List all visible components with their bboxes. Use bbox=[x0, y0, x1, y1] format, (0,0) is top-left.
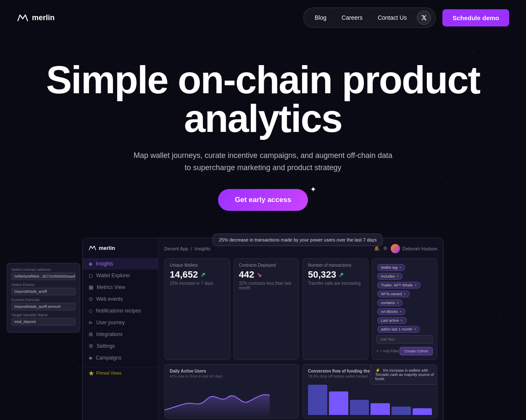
sidebar-item-insights[interactable]: ◈ Insights bbox=[83, 258, 158, 270]
stats-filters-wrapper: Unique Wallets 14,652 ↗ 23% increase in … bbox=[164, 258, 437, 360]
bell-icon[interactable]: 🔔 bbox=[374, 246, 380, 251]
filter-tag-5: Art Blocks × bbox=[377, 308, 406, 315]
stat-arrow-down-1: ↘ bbox=[257, 271, 262, 278]
sidebar-logo: merlin bbox=[83, 245, 158, 258]
formula-row-3: Target Variable Name total_deposit bbox=[11, 313, 76, 326]
dau-chart-card: Daily Active Users 47% rise in DAU in la… bbox=[164, 364, 299, 419]
filter-tag-7: within last 1 month × bbox=[377, 326, 420, 333]
bar-0 bbox=[308, 385, 327, 415]
sparkle-icon: ✦ bbox=[310, 185, 316, 194]
settings-icon: ⚙ bbox=[89, 343, 93, 349]
sidebar-item-web-events[interactable]: ⊙ Web events bbox=[83, 293, 158, 305]
breadcrumb: Decent App / Insights bbox=[164, 246, 210, 251]
add-filter-link[interactable]: + + Add Filter bbox=[376, 349, 399, 353]
formula-row-1: Select Events DepositMade_aceff bbox=[11, 283, 76, 295]
filter-tag-0: Wallet tag × bbox=[377, 264, 405, 271]
formula-row-0: Select contract address 0xf8efa39f8fe6..… bbox=[11, 268, 76, 280]
header-actions: 🔔 ⚙ Deborah Hudson bbox=[374, 244, 437, 253]
dashboard-main: merlin ◈ Insights ◻ Wallet Explorer ▦ Me… bbox=[82, 238, 444, 420]
sidebar-item-settings[interactable]: ⚙ Settings bbox=[83, 340, 158, 352]
dashboard-preview: 25% decrease in transactions made by you… bbox=[82, 238, 444, 420]
sidebar-item-campaigns[interactable]: ◈ Campaigns bbox=[83, 352, 158, 364]
bar-2 bbox=[350, 400, 369, 415]
bar-5 bbox=[413, 408, 432, 415]
main-content: Decent App / Insights 🔔 ⚙ Deborah Hudson bbox=[158, 238, 443, 420]
metrics-icon: ▦ bbox=[89, 284, 93, 290]
nav-contact[interactable]: Contact Us bbox=[371, 12, 413, 24]
bar-3 bbox=[371, 403, 390, 415]
conversion-chart-card: Conversion flow of funding their wallet … bbox=[302, 364, 437, 419]
sidebar-item-notifications[interactable]: ◇ Notifications recipes bbox=[83, 305, 158, 317]
filter-tag-3: NFTs owned × bbox=[377, 291, 410, 297]
hero-title: Simple on-chain product analytics bbox=[17, 60, 509, 138]
stat-arrow-up-2: ↗ bbox=[339, 271, 344, 278]
campaigns-icon: ◈ bbox=[89, 355, 92, 361]
avatar-image bbox=[391, 244, 400, 253]
nav-careers[interactable]: Careers bbox=[335, 12, 369, 24]
filter-text-input[interactable] bbox=[376, 335, 433, 344]
pin-icon: ⭐ bbox=[89, 371, 94, 375]
gear-icon[interactable]: ⚙ bbox=[383, 246, 387, 251]
pinned-views-section: ⭐ Pinned Views bbox=[83, 367, 158, 379]
filter-panel: Wallet tag × Includes × Trader, NFT Whal… bbox=[372, 258, 438, 360]
stat-card-wallets: Unique Wallets 14,652 ↗ 23% increase in … bbox=[164, 258, 230, 360]
insights-icon: ◈ bbox=[89, 261, 92, 267]
conversion-popover: 5% increase in wallets with Tornado cash… bbox=[370, 364, 437, 385]
formula-row-2: Custom Formula DepositMade_aceff.amount bbox=[11, 298, 76, 310]
filter-tag-2: Trader, NFT Whale × bbox=[377, 282, 421, 289]
user-avatar: Deborah Hudson bbox=[391, 244, 437, 253]
stat-card-contracts: Contracts Deployed 442 ↘ 32% contracts l… bbox=[234, 258, 300, 360]
sidebar-item-integrations[interactable]: ⊞ Integrations bbox=[83, 328, 158, 340]
hero-subtitle: Map wallet journeys, curate incentive ca… bbox=[133, 150, 393, 174]
filter-tag-4: contains × bbox=[377, 299, 403, 306]
integrations-icon: ⊞ bbox=[89, 331, 93, 337]
logo-text: merlin bbox=[32, 13, 55, 22]
create-cohort-button[interactable]: Create Cohort bbox=[400, 347, 433, 355]
bar-chart bbox=[308, 381, 432, 415]
sidebar-item-user-journey[interactable]: ⊳ User journey bbox=[83, 317, 158, 328]
hero-section: Simple on-chain product analytics Map wa… bbox=[0, 35, 526, 228]
sidebar-item-wallet-explorer[interactable]: ◻ Wallet Explorer bbox=[83, 270, 158, 281]
notifications-icon: ◇ bbox=[89, 308, 92, 314]
wallet-icon: ◻ bbox=[89, 273, 93, 278]
filter-tag-1: Includes × bbox=[377, 273, 403, 280]
logo[interactable]: merlin bbox=[17, 13, 55, 22]
formula-panel: Select contract address 0xf8efa39f8fe6..… bbox=[7, 263, 80, 333]
twitter-icon[interactable] bbox=[417, 10, 431, 25]
charts-row: Daily Active Users 47% rise in DAU in la… bbox=[164, 364, 437, 419]
filter-actions-row: + + Add Filter Create Cohort bbox=[376, 347, 433, 355]
events-icon: ⊙ bbox=[89, 296, 93, 302]
schedule-demo-button[interactable]: Schedule demo bbox=[442, 9, 509, 26]
filter-tags: Wallet tag × Includes × Trader, NFT Whal… bbox=[376, 263, 433, 333]
journey-icon: ⊳ bbox=[89, 320, 93, 326]
insight-tooltip: 25% decrease in transactions made by you… bbox=[213, 234, 383, 246]
nav-blog[interactable]: Blog bbox=[308, 12, 333, 24]
plus-icon: + bbox=[376, 349, 379, 353]
filter-tag-6: Last active × bbox=[377, 317, 407, 324]
stat-arrow-up-0: ↗ bbox=[200, 271, 205, 278]
stat-card-transactions: Number of transactions 50,323 ↗ Transfer… bbox=[302, 258, 368, 360]
get-early-access-button[interactable]: Get early access bbox=[218, 189, 308, 211]
navbar: merlin Blog Careers Contact Us Schedule … bbox=[0, 0, 526, 35]
bar-1 bbox=[329, 391, 348, 415]
sidebar-item-metrics[interactable]: ▦ Metrics View bbox=[83, 281, 158, 293]
sidebar: merlin ◈ Insights ◻ Wallet Explorer ▦ Me… bbox=[83, 238, 158, 420]
bar-4 bbox=[392, 407, 411, 415]
nav-links: Blog Careers Contact Us bbox=[303, 8, 436, 28]
